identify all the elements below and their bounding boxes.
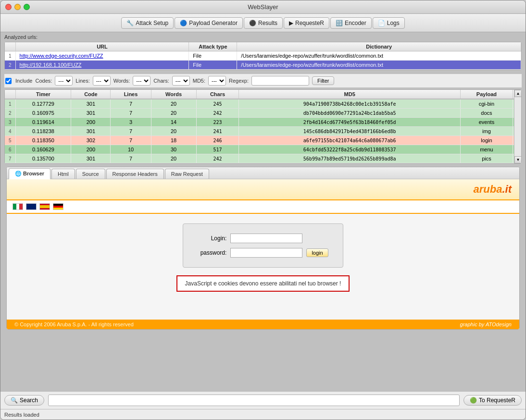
encoder-icon: 🔡 (336, 20, 343, 26)
panel-tabs: 🌐 Browser Html Source Response Headers R… (7, 167, 519, 179)
col-num (5, 42, 15, 51)
url-dictionary-2: /Users/laramies/edge-repo/wzuffer/trunk/… (237, 61, 521, 70)
result-code: 301 (71, 109, 111, 118)
results-table: Timer Code Lines Words Chars MD5 Payload… (5, 90, 521, 163)
result-code: 200 (71, 118, 111, 127)
result-chars: 242 (196, 109, 239, 118)
copyright-text: © Copyright 2006 Aruba S.p.A. - All righ… (14, 321, 134, 327)
regexp-input[interactable] (251, 76, 309, 86)
requester-button[interactable]: ▶ RequesteR (284, 17, 329, 29)
flag-italy[interactable] (13, 203, 23, 210)
search-button[interactable]: 🔍 Search (4, 395, 44, 406)
flags-bar (7, 200, 519, 214)
tab-browser[interactable]: 🌐 Browser (9, 168, 50, 179)
minimize-button[interactable] (14, 4, 21, 10)
maximize-button[interactable] (24, 4, 30, 10)
result-code: 302 (71, 136, 111, 145)
result-num: 4 (5, 127, 15, 136)
main-content: Analyzed urls: URL Attack type Dictionar… (0, 32, 526, 330)
result-code: 301 (71, 127, 111, 136)
window-title: WebSlayer (248, 3, 278, 11)
result-words: 18 (151, 136, 196, 145)
result-row[interactable]: 7 0.135700 301 7 20 242 56b99a77b89ed571… (5, 154, 521, 163)
result-chars: 241 (196, 127, 239, 136)
result-payload: cgi-bin (460, 99, 513, 109)
filter-bar: Include Codes: --- Lines: --- Words: ---… (4, 74, 522, 87)
url-value[interactable]: http://www.edge-security.com/FUZZ (15, 51, 189, 61)
result-timer: 0.119614 (15, 118, 71, 127)
result-num: 7 (5, 154, 15, 163)
result-row[interactable]: 2 0.160975 301 7 20 242 db704bbdd0690e77… (5, 109, 521, 118)
result-chars: 245 (196, 99, 239, 109)
circle-black-icon: ⚫ (249, 20, 256, 26)
result-row[interactable]: 3 0.119614 200 3 14 223 2fb4d164cd67749e… (5, 118, 521, 127)
scroll-down-arrow[interactable]: ▼ (514, 156, 522, 163)
flag-gb[interactable] (26, 203, 37, 210)
col-dictionary: Dictionary (237, 42, 521, 51)
graphic-by-text: graphic by ATOdesign (460, 321, 512, 327)
tab-raw-request[interactable]: Raw Request (165, 169, 209, 179)
results-table-wrapper: Timer Code Lines Words Chars MD5 Payload… (4, 89, 522, 164)
result-row[interactable]: 1 0.127729 301 7 20 245 904a71900738b426… (5, 99, 521, 109)
results-scrollbar[interactable]: ▲ ▼ (514, 90, 521, 163)
result-num: 2 (5, 109, 15, 118)
flag-spain[interactable] (39, 203, 50, 210)
col-md5: MD5 (239, 90, 461, 99)
url-row-selected[interactable]: 2 http://192.168.1.100/FUZZ File /Users/… (5, 61, 521, 70)
logs-button[interactable]: 📄 Logs (373, 17, 405, 29)
password-input[interactable] (230, 248, 302, 258)
result-lines: 7 (111, 127, 151, 136)
results-button[interactable]: ⚫ Results (244, 17, 283, 29)
result-lines: 7 (111, 136, 151, 145)
encoder-button[interactable]: 🔡 Encoder (330, 17, 372, 29)
status-bar: Results loaded (0, 409, 526, 420)
analyzed-urls-label: Analyzed urls: (4, 34, 522, 40)
result-num: 1 (5, 99, 15, 109)
js-warning: JavaScript e cookies devono essere abili… (176, 275, 350, 292)
col-lines: Lines (111, 90, 151, 99)
attack-setup-button[interactable]: 🔧 Attack Setup (121, 17, 174, 29)
md5-select[interactable]: --- (208, 76, 226, 86)
result-row[interactable]: 5 0.118350 302 7 18 246 a6fe97155bc42107… (5, 136, 521, 145)
url-row-num: 1 (5, 51, 15, 61)
chars-select[interactable]: --- (172, 76, 190, 86)
tab-response-headers[interactable]: Response Headers (106, 169, 164, 179)
payload-generator-button[interactable]: 🔵 Payload Generator (175, 17, 243, 29)
col-words: Words (151, 90, 196, 99)
flag-germany[interactable] (53, 203, 63, 210)
result-num: 3 (5, 118, 15, 127)
result-row[interactable]: 4 0.118238 301 7 20 241 145c686db842917b… (5, 127, 521, 136)
to-requester-button[interactable]: 🟢 To RequesteR (463, 395, 522, 406)
result-words: 30 (151, 145, 196, 154)
password-label: password: (198, 249, 226, 256)
bottom-search-input[interactable] (48, 395, 460, 406)
tab-html[interactable]: Html (51, 169, 75, 179)
window-controls (5, 4, 30, 10)
result-lines: 3 (111, 118, 151, 127)
result-payload: docs (460, 109, 513, 118)
include-checkbox[interactable] (5, 78, 12, 84)
login-input[interactable] (230, 234, 302, 243)
title-bar: WebSlayer (0, 0, 526, 14)
result-row[interactable]: 6 0.160629 200 10 30 517 64cbfdd53222f8a… (5, 145, 521, 154)
wrench-icon: 🔧 (126, 20, 134, 26)
requester-icon: 🟢 (470, 397, 477, 404)
aruba-logo: aruba.it (474, 183, 512, 196)
result-words: 20 (151, 109, 196, 118)
lines-select[interactable]: --- (93, 76, 111, 86)
result-words: 20 (151, 154, 196, 163)
tab-source[interactable]: Source (76, 169, 105, 179)
filter-button[interactable]: Filter (312, 76, 334, 85)
scroll-up-arrow[interactable]: ▲ (514, 90, 522, 97)
codes-select[interactable]: --- (55, 76, 73, 86)
words-select[interactable]: --- (133, 76, 150, 86)
login-button[interactable]: login (306, 248, 328, 257)
col-timer: Timer (15, 90, 71, 99)
url-value-2[interactable]: http://192.168.1.100/FUZZ (15, 61, 189, 70)
url-row[interactable]: 1 http://www.edge-security.com/FUZZ File… (5, 51, 521, 61)
globe-icon: 🌐 (15, 171, 22, 176)
url-attack-type-2: File (189, 61, 237, 70)
result-code: 301 (71, 99, 111, 109)
result-md5: db704bbdd0690e77291a24bc1dab5ba5 (239, 109, 461, 118)
close-button[interactable] (5, 4, 12, 10)
